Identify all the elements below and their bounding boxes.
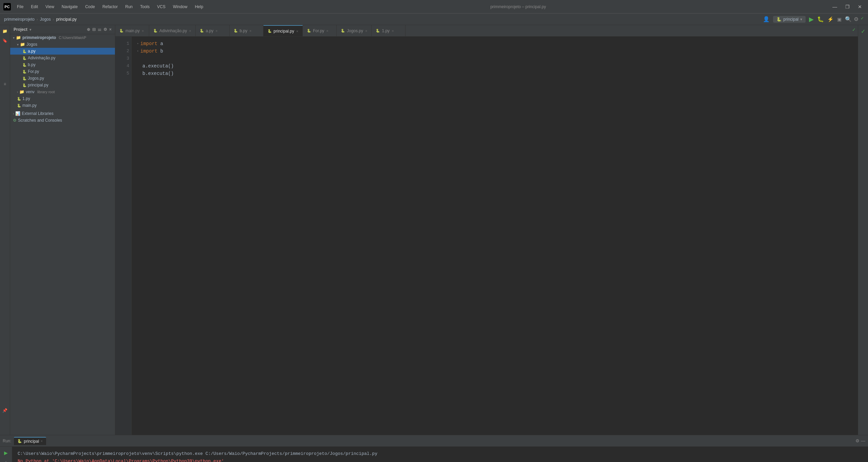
- run-button[interactable]: ▶: [809, 16, 814, 23]
- apy-file-icon: 🐍: [22, 49, 26, 53]
- menu-refactor[interactable]: Refactor: [99, 3, 121, 11]
- bottom-settings-icon[interactable]: ⚙: [855, 438, 860, 443]
- run-config[interactable]: 🐍 principal ▾: [773, 16, 806, 23]
- app-logo: PC: [3, 3, 11, 11]
- project-panel-header: Project ▾ ⊕ ⊟ ⚌ ⚙ ×: [10, 25, 115, 34]
- tree-jogos-folder[interactable]: ▾ 📁 Jogos: [10, 41, 115, 48]
- kw-import-2: import: [140, 47, 157, 55]
- menu-file[interactable]: File: [14, 3, 27, 11]
- sidebar-structure-icon[interactable]: ≡: [1, 80, 9, 88]
- bottom-tab-principal-label: principal: [24, 439, 39, 444]
- tab-forpy-close[interactable]: ×: [326, 29, 328, 33]
- tab-bpy-close[interactable]: ×: [250, 29, 252, 33]
- menu-code[interactable]: Code: [82, 3, 98, 11]
- maximize-button[interactable]: ❐: [843, 3, 852, 10]
- tab-principalpy-close[interactable]: ×: [296, 29, 298, 33]
- tab-adivinhacao[interactable]: 🐍 Adivinhação.py ×: [149, 25, 196, 36]
- tab-bpy[interactable]: 🐍 b.py ×: [230, 25, 263, 36]
- profile-button[interactable]: ⚡: [827, 16, 834, 22]
- tree-item-bpy[interactable]: 🐍 b.py: [10, 61, 115, 68]
- venv-folder-label: venv: [26, 89, 34, 94]
- tree-venv-folder[interactable]: › 📁 venv library root: [10, 88, 115, 95]
- tree-item-principalpy[interactable]: 🐍 principal.py: [10, 82, 115, 88]
- tab-jogospy-close[interactable]: ×: [365, 29, 367, 33]
- tab-1py-close[interactable]: ×: [392, 29, 394, 33]
- sidebar-project-icon[interactable]: 📁: [1, 27, 9, 35]
- filter-icon[interactable]: ⚌: [98, 27, 101, 32]
- run-config-label: principal: [783, 17, 798, 22]
- menu-tools[interactable]: Tools: [137, 3, 153, 11]
- run-up-button[interactable]: ↑: [2, 458, 10, 462]
- tab-forpy[interactable]: 🐍 For.py ×: [303, 25, 337, 36]
- run-play-button[interactable]: ▶: [2, 449, 10, 457]
- tree-item-apy[interactable]: 🐍 a.py: [10, 48, 115, 55]
- tree-item-1py[interactable]: 🐍 1.py: [10, 95, 115, 102]
- breadcrumb-item-project[interactable]: primmeiroprojeto: [4, 17, 35, 22]
- project-settings-icon[interactable]: ⚙: [103, 27, 107, 32]
- settings-icon[interactable]: ⚙: [854, 16, 859, 22]
- gear-icon[interactable]: ✓: [861, 16, 864, 22]
- tab-jogospy[interactable]: 🐍 Jogos.py ×: [337, 25, 372, 36]
- menu-edit[interactable]: Edit: [27, 3, 41, 11]
- project-header-icons: ⊕ ⊟ ⚌ ⚙ ×: [87, 27, 112, 32]
- bottom-close-icon[interactable]: —: [861, 438, 865, 443]
- coverage-button[interactable]: ▣: [837, 17, 842, 22]
- tab-principalpy[interactable]: 🐍 principal.py ×: [263, 25, 303, 36]
- sidebar-bookmark-icon[interactable]: 🔖: [1, 37, 9, 45]
- code-editor[interactable]: ▸ import a ▸ import b a.executa() b.exec…: [132, 37, 858, 435]
- collapse-icon[interactable]: ⊟: [92, 27, 96, 32]
- breadcrumb-bar: primmeiroprojeto › Jogos › principal.py …: [0, 14, 868, 25]
- breadcrumb-item-jogos[interactable]: Jogos: [40, 17, 51, 22]
- sidebar-bookmarks-icon[interactable]: 📌: [1, 406, 9, 415]
- menu-run[interactable]: Run: [122, 3, 136, 11]
- jogos-folder-label: Jogos: [26, 42, 37, 47]
- fold-icon-2[interactable]: ▸: [137, 47, 139, 55]
- tab-apy[interactable]: 🐍 a.py ×: [196, 25, 230, 36]
- tab-1py[interactable]: 🐍 1.py ×: [372, 25, 406, 36]
- menu-navigate[interactable]: Navigate: [58, 3, 81, 11]
- code-line-3: [137, 55, 852, 62]
- bottom-tab-principal-close[interactable]: ×: [41, 439, 43, 443]
- project-root-name: primmeiroprojeto: [22, 35, 56, 40]
- tree-scratches[interactable]: ⚙ Scratches and Consoles: [10, 117, 115, 124]
- mainpy-file-label: main.py: [22, 103, 37, 108]
- vcs-icon[interactable]: 👤: [763, 16, 770, 22]
- console-line-2: No Python at 'C:\Users\Waio\AppData\Loca…: [18, 458, 863, 462]
- tree-item-forpy[interactable]: 🐍 For.py: [10, 68, 115, 75]
- right-check-icon[interactable]: ✓: [859, 27, 867, 35]
- code-line-1: ▸ import a: [137, 40, 852, 47]
- console-output[interactable]: C:\Users\Waio\PycharmProjects\primmeirop…: [12, 447, 868, 462]
- search-icon[interactable]: 🔍: [845, 16, 852, 22]
- tab-adivinhacao-close[interactable]: ×: [189, 29, 191, 33]
- tab-mainpy-close[interactable]: ×: [142, 29, 144, 33]
- close-button[interactable]: ✕: [855, 3, 865, 10]
- locate-icon[interactable]: ⊕: [87, 27, 90, 32]
- tree-root[interactable]: ▾ 📁 primmeiroprojeto C:\Users\Waio\P: [10, 34, 115, 41]
- jogos-folder-icon: 📁: [20, 42, 25, 47]
- bottom-tab-principal[interactable]: 🐍 principal ×: [14, 437, 46, 445]
- tab-mainpy[interactable]: 🐍 main.py ×: [115, 25, 149, 36]
- tree-item-adivinhacao[interactable]: 🐍 Adivinhação.py: [10, 55, 115, 61]
- breadcrumb-item-file[interactable]: principal.py: [56, 17, 77, 22]
- bottom-toolbar: ⚙ —: [855, 438, 865, 443]
- minimize-button[interactable]: —: [830, 3, 840, 10]
- close-panel-icon[interactable]: ×: [109, 27, 112, 32]
- tree-external-libraries[interactable]: › 📊 External Libraries: [10, 110, 115, 117]
- menu-window[interactable]: Window: [170, 3, 191, 11]
- bottom-tab-principal-icon: 🐍: [17, 439, 22, 443]
- line-numbers: 1 2 3 4 5: [115, 37, 132, 435]
- code-call-a: a.executa(): [137, 62, 174, 70]
- tree-item-jogospy[interactable]: 🐍 Jogos.py: [10, 75, 115, 82]
- menu-vcs[interactable]: VCS: [154, 3, 169, 11]
- menu-view[interactable]: View: [42, 3, 58, 11]
- tree-item-mainpy[interactable]: 🐍 main.py: [10, 102, 115, 109]
- tab-apy-close[interactable]: ×: [216, 29, 218, 33]
- breadcrumb-right: 👤 🐍 principal ▾ ▶ 🐛 ⚡ ▣ 🔍 ⚙ ✓: [763, 16, 864, 23]
- editor-tabs: 🐍 main.py × 🐍 Adivinhação.py × 🐍 a.py × …: [115, 25, 858, 37]
- run-config-dropdown[interactable]: ▾: [800, 17, 802, 22]
- tab-forpy-icon: 🐍: [307, 29, 311, 33]
- fold-icon-1[interactable]: ▸: [137, 40, 139, 47]
- adivinhacao-file-icon: 🐍: [22, 56, 26, 60]
- debug-button[interactable]: 🐛: [817, 16, 824, 22]
- menu-help[interactable]: Help: [192, 3, 207, 11]
